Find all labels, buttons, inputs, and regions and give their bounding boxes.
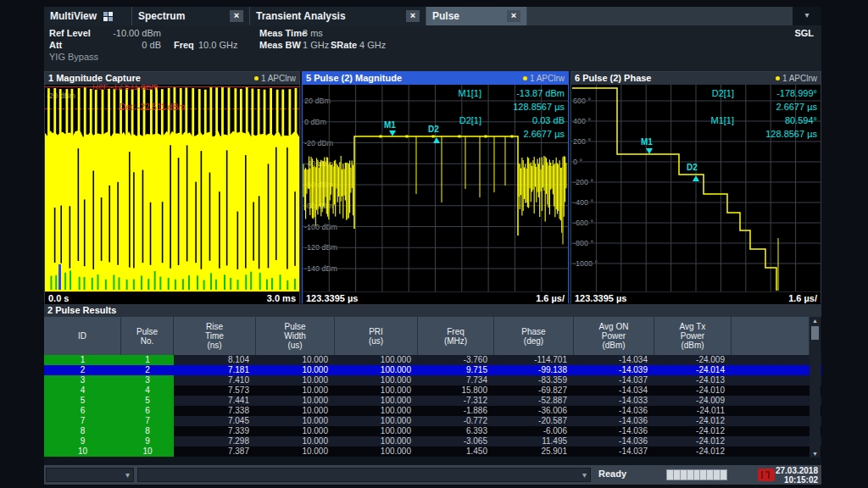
tab-overflow-dropdown-icon[interactable]: ▾ xyxy=(793,7,821,25)
panel-magnitude-capture[interactable]: 1 Magnitude Capture 1 APClrw -20 dBm Ref… xyxy=(44,71,300,303)
panel-pulse-magnitude[interactable]: 5 Pulse (2) Magnitude 1 APClrw M1[1]-13.… xyxy=(302,71,569,303)
column-header[interactable]: Pulse No. xyxy=(121,317,174,355)
table-row[interactable]: 337.41010.000100.0007.734-83.359-14.037-… xyxy=(44,375,821,385)
x-scale-label: 1.6 µs/ xyxy=(788,293,817,303)
column-header[interactable]: Avg ON Power (dBm) xyxy=(574,317,654,355)
id-cell: 1 xyxy=(44,355,121,365)
column-header[interactable]: Phase (deg) xyxy=(494,317,574,355)
column-header[interactable]: PRI (us) xyxy=(335,317,418,355)
value-cell: -24.009 xyxy=(654,355,732,365)
panel-5-header[interactable]: 5 Pulse (2) Magnitude 1 APClrw xyxy=(303,72,568,85)
value-cell: -14.037 xyxy=(574,446,654,457)
value-cell: 7.441 xyxy=(174,396,256,406)
id-cell: 2 xyxy=(44,365,121,375)
id-cell: 7 xyxy=(44,416,121,426)
scrollbar-thumb[interactable] xyxy=(811,326,819,340)
column-header[interactable]: ID xyxy=(44,317,121,355)
tab-pulse[interactable]: Pulse × xyxy=(426,7,527,25)
panel-5-title: 5 Pulse (2) Magnitude xyxy=(306,72,402,85)
marker-d2-label[interactable]: D2 xyxy=(687,163,698,172)
marker-d2-label[interactable]: D2 xyxy=(428,125,439,134)
panel-1-header[interactable]: 1 Magnitude Capture 1 APClrw xyxy=(45,72,299,85)
value-cell: -24.012 xyxy=(654,416,732,426)
meas-time-value[interactable]: 3 ms xyxy=(303,28,323,38)
x-end-label: 3.0 ms xyxy=(267,293,296,303)
value-cell: 100.000 xyxy=(335,365,418,375)
status-dropdown-left[interactable]: ▾ xyxy=(46,468,134,482)
table-row[interactable]: 118.10410.000100.000-3.760-114.701-14.03… xyxy=(44,355,821,365)
column-header[interactable]: Rise Time (ns) xyxy=(174,317,256,355)
value-cell: 10.000 xyxy=(256,365,335,375)
panel-6-title: 6 Pulse (2) Phase xyxy=(575,72,652,85)
value-cell xyxy=(732,375,810,385)
value-cell: -24.011 xyxy=(654,406,732,416)
marker-m1-icon[interactable] xyxy=(646,148,653,154)
table-row[interactable]: 10107.38710.000100.0001.45025.901-14.037… xyxy=(44,446,821,457)
magnitude-x-axis: 123.3395 µs 1.6 µs/ xyxy=(303,291,568,304)
tab-pulse-label: Pulse xyxy=(432,10,459,22)
column-header[interactable] xyxy=(732,317,810,355)
close-icon[interactable]: × xyxy=(507,10,520,22)
date-value: 27.03.2018 xyxy=(776,466,818,475)
scroll-down-icon[interactable]: ▼ xyxy=(810,450,821,458)
table-row[interactable]: 227.18110.000100.0009.715-99.138-14.039-… xyxy=(44,365,821,375)
meas-bw-value[interactable]: 1 GHz xyxy=(303,40,329,50)
marker-m1-icon[interactable] xyxy=(389,130,396,136)
value-cell: -0.772 xyxy=(418,416,494,426)
x-start-label: 123.3395 µs xyxy=(575,293,626,303)
value-cell: 7.387 xyxy=(174,446,256,457)
value-cell: -24.013 xyxy=(654,375,732,385)
dropdown-icon[interactable]: ▾ xyxy=(582,470,587,480)
tab-transient-analysis[interactable]: Transient Analysis × xyxy=(250,7,426,25)
column-header[interactable]: Pulse Width (us) xyxy=(256,317,335,355)
capture-plot[interactable]: -20 dBm Ref: -12.511 dBm Det: -22.511 dB… xyxy=(45,85,299,291)
table-scrollbar[interactable]: ▲ ▼ xyxy=(810,317,821,458)
marker-readout-row: 2.6677 µs xyxy=(439,127,565,141)
marker-readout-row: 128.8567 µs xyxy=(439,100,565,114)
table-row[interactable]: 667.33810.000100.000-1.886-36.006-14.036… xyxy=(44,406,821,416)
ref-level-value[interactable]: -10.00 dBm xyxy=(95,28,161,38)
value-cell: 6.393 xyxy=(418,426,494,436)
marker-m1-label[interactable]: M1 xyxy=(384,120,396,130)
x-start-label: 0.0 s xyxy=(48,293,69,303)
srate-value[interactable]: 4 GHz xyxy=(359,40,386,50)
close-icon[interactable]: × xyxy=(230,10,243,22)
close-icon[interactable]: × xyxy=(406,10,420,22)
value-cell: 1.450 xyxy=(418,446,494,457)
marker-d2-icon[interactable] xyxy=(433,137,440,143)
att-value[interactable]: 0 dB xyxy=(95,40,161,50)
freq-value[interactable]: 10.0 GHz xyxy=(198,40,237,50)
tab-spectrum-label: Spectrum xyxy=(138,10,185,22)
table-row[interactable]: 887.33910.000100.0006.393-6.006-14.036-2… xyxy=(44,426,821,436)
tab-bar-empty xyxy=(527,7,793,25)
table-row[interactable]: 447.57310.000100.00015.800-69.827-14.034… xyxy=(44,385,821,396)
table-row[interactable]: 557.44110.000100.000-7.312-52.887-14.033… xyxy=(44,396,821,406)
status-message-box[interactable]: ▾ xyxy=(137,468,591,482)
table-row[interactable]: 997.29810.000100.000-3.06511.495-14.036-… xyxy=(44,436,821,446)
channel-settings-bar: Ref Level -10.00 dBm Meas Time 3 ms SGL … xyxy=(44,25,821,71)
tab-transient-label: Transient Analysis xyxy=(256,10,346,22)
value-cell xyxy=(732,396,810,406)
value-cell: 10.000 xyxy=(256,406,335,416)
value-cell: 10.000 xyxy=(256,446,335,457)
results-body: 118.10410.000100.000-3.760-114.701-14.03… xyxy=(44,355,821,457)
tab-spectrum[interactable]: Spectrum × xyxy=(132,7,250,25)
value-cell: 10.000 xyxy=(256,355,335,365)
marker-readout-row: M1[1]80.594° xyxy=(692,114,817,127)
panel-6-header[interactable]: 6 Pulse (2) Phase 1 APClrw xyxy=(571,72,821,85)
id-cell: 7 xyxy=(121,416,174,426)
marker-d2-icon[interactable] xyxy=(693,175,699,181)
column-header[interactable]: Avg Tx Power (dBm) xyxy=(654,317,732,355)
value-cell: 100.000 xyxy=(335,355,418,365)
panel-pulse-phase[interactable]: 6 Pulse (2) Phase 1 APClrw D2[1]-178.999… xyxy=(570,71,821,303)
tab-multiview[interactable]: MultiView xyxy=(44,7,132,25)
value-cell: -7.312 xyxy=(418,396,494,406)
dropdown-icon[interactable]: ▾ xyxy=(125,470,130,480)
column-header[interactable]: Freq (MHz) xyxy=(418,317,494,355)
scroll-up-icon[interactable]: ▲ xyxy=(810,317,821,324)
table-row[interactable]: 777.04510.000100.000-0.772-20.587-14.036… xyxy=(44,416,821,426)
value-cell: 100.000 xyxy=(335,416,418,426)
marker-m1-label[interactable]: M1 xyxy=(641,137,653,147)
magnitude-plot[interactable]: M1[1]-13.87 dBm128.8567 µsD2[1]0.03 dB2.… xyxy=(303,85,568,291)
phase-plot[interactable]: D2[1]-178.999°2.6677 µsM1[1]80.594°128.8… xyxy=(571,85,821,291)
